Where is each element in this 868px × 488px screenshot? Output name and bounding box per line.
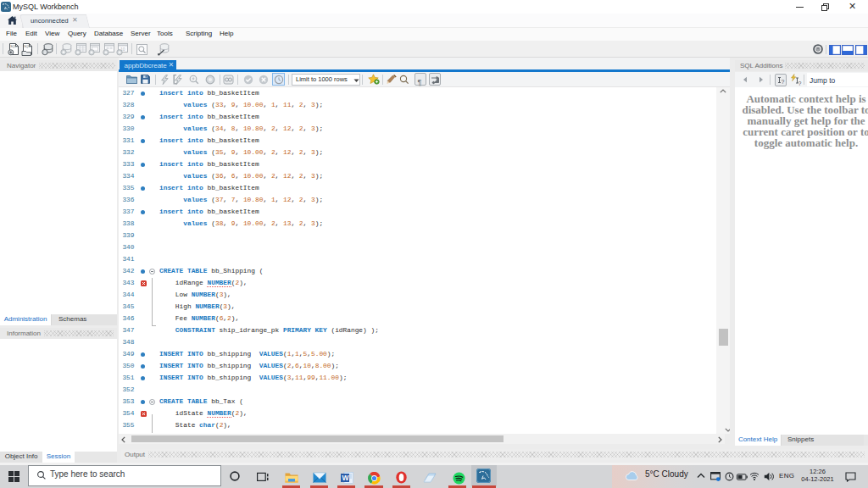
svg-text:SQL: SQL bbox=[24, 44, 30, 47]
svg-text:?: ? bbox=[782, 79, 785, 85]
svg-text:?: ? bbox=[798, 80, 801, 86]
svg-text:SQL: SQL bbox=[10, 44, 16, 47]
svg-text:W: W bbox=[342, 474, 349, 482]
